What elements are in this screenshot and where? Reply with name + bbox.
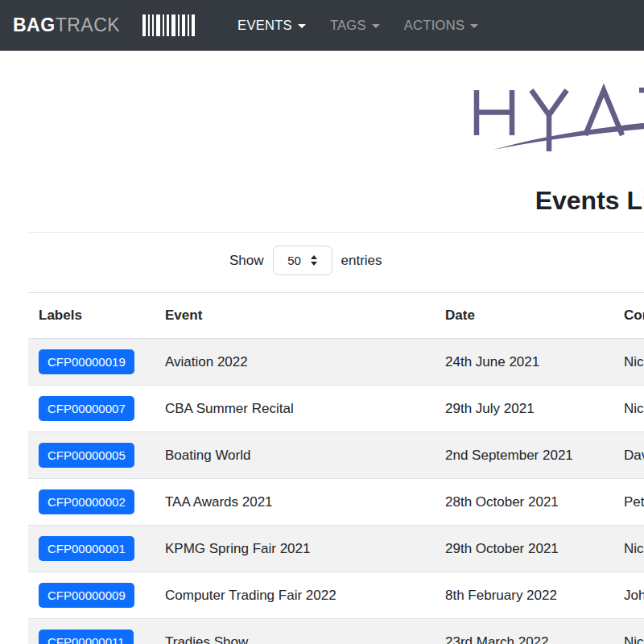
labels-cell: CFP00000019 bbox=[28, 339, 155, 386]
event-cell: Aviation 2022 bbox=[155, 339, 435, 386]
contact-cell: Joh bbox=[613, 572, 644, 619]
labels-cell: CFP00000001 bbox=[28, 526, 155, 572]
label-badge[interactable]: CFP00000019 bbox=[39, 349, 134, 374]
nav-item-events-label: EVENTS bbox=[237, 18, 292, 33]
label-badge[interactable]: CFP00000002 bbox=[39, 489, 134, 514]
page-length-value: 50 bbox=[287, 254, 301, 267]
event-cell: CBA Summer Recital bbox=[155, 386, 435, 432]
navbar: BAGTRACK EVENTS TAGS ACTIONS bbox=[0, 0, 644, 51]
page-length-select[interactable]: 50 bbox=[273, 246, 332, 275]
brand-text-light: TRACK bbox=[56, 14, 120, 36]
nav-item-tags-label: TAGS bbox=[330, 18, 366, 33]
divider bbox=[28, 232, 644, 233]
contact-cell: Nic bbox=[613, 386, 644, 432]
table-row: CFP00000002TAA Awards 202128th October 2… bbox=[28, 479, 644, 526]
label-badge[interactable]: CFP00000007 bbox=[39, 396, 134, 421]
labels-cell: CFP00000002 bbox=[28, 479, 155, 526]
nav-item-actions-label: ACTIONS bbox=[404, 18, 464, 33]
nav-item-tags[interactable]: TAGS bbox=[318, 18, 392, 33]
table-row: CFP00000019Aviation 202224th June 2021Ni… bbox=[28, 339, 644, 386]
label-badge[interactable]: CFP00000011 bbox=[39, 630, 134, 644]
date-cell: 8th February 2022 bbox=[435, 572, 613, 619]
event-cell: KPMG Spring Fair 2021 bbox=[155, 526, 435, 572]
date-cell: 24th June 2021 bbox=[435, 339, 613, 386]
barcode-icon bbox=[142, 14, 195, 36]
events-table: Labels Event Date Contact CFP00000019Avi… bbox=[28, 292, 644, 644]
table-row: CFP00000007CBA Summer Recital29th July 2… bbox=[28, 386, 644, 432]
label-badge[interactable]: CFP00000009 bbox=[39, 583, 134, 608]
label-badge[interactable]: CFP00000001 bbox=[39, 536, 134, 561]
nav-item-actions[interactable]: ACTIONS bbox=[392, 18, 490, 33]
event-cell: Computer Trading Fair 2022 bbox=[155, 572, 435, 619]
table-header-row: Labels Event Date Contact bbox=[28, 293, 644, 339]
date-cell: 2nd September 2021 bbox=[435, 432, 613, 479]
date-cell: 29th October 2021 bbox=[435, 526, 613, 572]
contact-cell: Pet bbox=[613, 479, 644, 526]
chevron-down-icon bbox=[470, 24, 478, 28]
table-row: CFP00000011Tradies Show23rd March 2022Ni… bbox=[28, 619, 644, 644]
brand-link[interactable]: BAGTRACK bbox=[13, 14, 120, 36]
labels-cell: CFP00000011 bbox=[28, 619, 155, 644]
table-row: CFP00000001KPMG Spring Fair 202129th Oct… bbox=[28, 526, 644, 572]
label-badge[interactable]: CFP00000005 bbox=[39, 443, 134, 468]
table-header: Labels Event Date Contact bbox=[28, 293, 644, 339]
labels-cell: CFP00000009 bbox=[28, 572, 155, 619]
column-header-labels: Labels bbox=[28, 293, 155, 339]
column-header-event: Event bbox=[155, 293, 435, 339]
up-down-arrows-icon bbox=[311, 255, 317, 266]
date-cell: 29th July 2021 bbox=[435, 386, 613, 432]
nav-item-events[interactable]: EVENTS bbox=[225, 18, 318, 33]
chevron-down-icon bbox=[372, 24, 380, 28]
table-row: CFP00000005Boating World2nd September 20… bbox=[28, 432, 644, 479]
page-title: Events List bbox=[0, 185, 644, 216]
event-cell: Boating World bbox=[155, 432, 435, 479]
brand-text-bold: BAG bbox=[13, 14, 56, 36]
contact-cell: Nic bbox=[613, 619, 644, 644]
column-header-date: Date bbox=[435, 293, 613, 339]
entries-label: entries bbox=[341, 253, 382, 269]
length-control: Show 50 entries bbox=[229, 246, 644, 275]
table-body: CFP00000019Aviation 202224th June 2021Ni… bbox=[28, 339, 644, 644]
chevron-down-icon bbox=[298, 24, 306, 28]
contact-cell: Nic bbox=[613, 339, 644, 386]
contact-cell: Nic bbox=[613, 526, 644, 572]
event-cell: TAA Awards 2021 bbox=[155, 479, 435, 526]
nav-links: EVENTS TAGS ACTIONS bbox=[225, 18, 490, 33]
labels-cell: CFP00000007 bbox=[28, 386, 155, 432]
hyatt-logo bbox=[0, 72, 644, 167]
page: BAGTRACK EVENTS TAGS ACTIONS bbox=[0, 0, 644, 644]
event-cell: Tradies Show bbox=[155, 619, 435, 644]
column-header-contact: Contact bbox=[613, 293, 644, 339]
show-label: Show bbox=[229, 253, 264, 269]
table-row: CFP00000009Computer Trading Fair 20228th… bbox=[28, 572, 644, 619]
date-cell: 28th October 2021 bbox=[435, 479, 613, 526]
contact-cell: Dav bbox=[613, 432, 644, 479]
date-cell: 23rd March 2022 bbox=[435, 619, 613, 644]
labels-cell: CFP00000005 bbox=[28, 432, 155, 479]
